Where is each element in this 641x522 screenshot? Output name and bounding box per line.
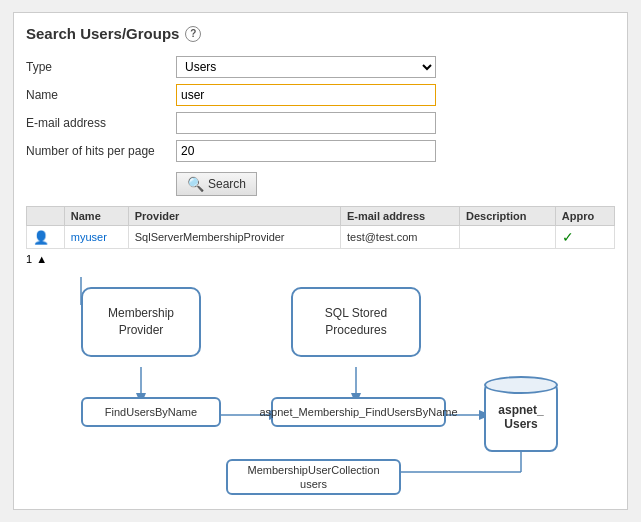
name-row: Name <box>26 84 615 106</box>
sql-procedures-box: SQL StoredProcedures <box>291 287 421 357</box>
search-form: Type Users Groups Name E-mail address Nu… <box>26 56 615 162</box>
user-provider-cell: SqlServerMembershipProvider <box>128 226 340 249</box>
search-icon: 🔍 <box>187 176 204 192</box>
type-label: Type <box>26 60 176 74</box>
membership-provider-box: MembershipProvider <box>81 287 201 357</box>
hits-control <box>176 140 436 162</box>
cylinder-label: aspnet_Users <box>498 403 543 431</box>
table-header-row: Name Provider E-mail address Description… <box>27 207 615 226</box>
diagram-section: MembershipProvider SQL StoredProcedures … <box>26 277 615 497</box>
type-select[interactable]: Users Groups <box>176 56 436 78</box>
type-row: Type Users Groups <box>26 56 615 78</box>
name-control <box>176 84 436 106</box>
membership-provider-label: MembershipProvider <box>108 305 174 339</box>
col-email: E-mail address <box>340 207 459 226</box>
pagination-row: 1 ▲ <box>26 253 615 265</box>
page-number: 1 <box>26 253 32 265</box>
sql-procedures-label: SQL StoredProcedures <box>325 305 387 339</box>
collection-box: MembershipUserCollectionusers <box>226 459 401 495</box>
email-control <box>176 112 436 134</box>
col-approved: Appro <box>555 207 614 226</box>
hits-row: Number of hits per page <box>26 140 615 162</box>
aspnet-proc-label: aspnet_Membership_FindUsersByName <box>259 406 457 418</box>
name-label: Name <box>26 88 176 102</box>
user-name-cell: myuser <box>64 226 128 249</box>
results-table: Name Provider E-mail address Description… <box>26 206 615 249</box>
find-users-label: FindUsersByName <box>105 406 197 418</box>
user-name-link[interactable]: myuser <box>71 231 107 243</box>
page-title: Search Users/Groups <box>26 25 179 42</box>
user-email-cell: test@test.com <box>340 226 459 249</box>
col-avatar <box>27 207 65 226</box>
hits-label: Number of hits per page <box>26 144 176 158</box>
user-avatar-icon: 👤 <box>33 230 49 245</box>
approved-check-icon: ✓ <box>562 229 574 245</box>
aspnet-users-cylinder: aspnet_Users <box>481 377 561 457</box>
user-avatar-cell: 👤 <box>27 226 65 249</box>
email-input[interactable] <box>176 112 436 134</box>
user-approved-cell: ✓ <box>555 226 614 249</box>
search-button[interactable]: 🔍 Search <box>176 172 257 196</box>
user-description-cell <box>459 226 555 249</box>
help-icon[interactable]: ? <box>185 26 201 42</box>
collection-label: MembershipUserCollectionusers <box>247 463 379 492</box>
table-row: 👤 myuser SqlServerMembershipProvider tes… <box>27 226 615 249</box>
name-input[interactable] <box>176 84 436 106</box>
email-label: E-mail address <box>26 116 176 130</box>
search-btn-label: Search <box>208 177 246 191</box>
pagination-arrow[interactable]: ▲ <box>36 253 47 265</box>
search-btn-row: 🔍 Search <box>176 172 615 196</box>
find-users-box: FindUsersByName <box>81 397 221 427</box>
col-name: Name <box>64 207 128 226</box>
cylinder-body: aspnet_Users <box>484 382 558 452</box>
col-description: Description <box>459 207 555 226</box>
aspnet-proc-box: aspnet_Membership_FindUsersByName <box>271 397 446 427</box>
hits-input[interactable] <box>176 140 436 162</box>
page-title-row: Search Users/Groups ? <box>26 25 615 42</box>
email-row: E-mail address <box>26 112 615 134</box>
col-provider: Provider <box>128 207 340 226</box>
type-control: Users Groups <box>176 56 436 78</box>
